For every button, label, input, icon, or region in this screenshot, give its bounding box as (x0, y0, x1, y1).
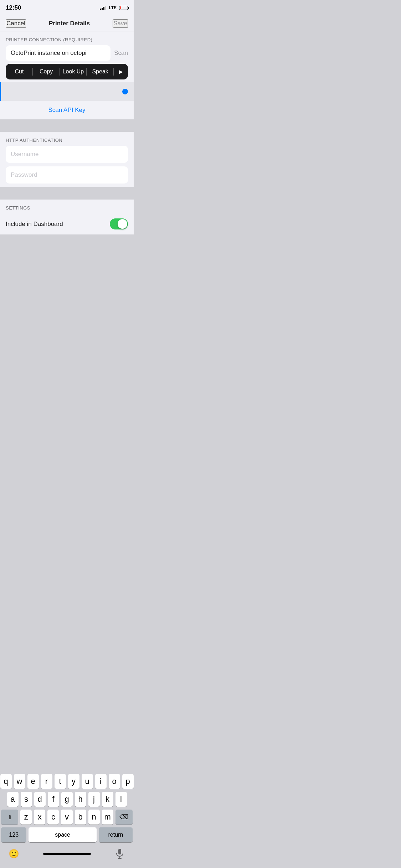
context-menu-cut[interactable]: Cut (6, 64, 33, 79)
cancel-button[interactable]: Cancel (6, 19, 26, 28)
printer-connection-header: PRINTER CONNECTION (REQUIRED) (0, 31, 134, 45)
toggle-knob (118, 219, 127, 229)
printer-connection-row: Scan (0, 45, 134, 61)
context-menu-lookup[interactable]: Look Up (60, 64, 87, 79)
context-menu-copy[interactable]: Copy (33, 64, 60, 79)
http-auth-form (0, 146, 134, 184)
context-menu-wrapper: Cut Copy Look Up Speak ▶ (0, 64, 134, 79)
username-input[interactable] (6, 146, 128, 163)
context-menu: Cut Copy Look Up Speak ▶ (6, 64, 128, 79)
dashboard-label: Include in Dashboard (6, 221, 63, 228)
section-divider (0, 119, 134, 132)
status-bar: 12:50 LTE (0, 0, 134, 16)
nav-bar: Cancel Printer Details Save (0, 16, 134, 31)
scan-api-key-button[interactable]: Scan API Key (0, 101, 134, 119)
status-time: 12:50 (6, 4, 21, 11)
settings-header: SETTINGS (0, 200, 134, 213)
section-divider-2 (0, 187, 134, 200)
save-button[interactable]: Save (113, 19, 128, 28)
http-auth-header: HTTP AUTHENTICATION (0, 132, 134, 146)
signal-bars-icon (100, 6, 106, 10)
dashboard-toggle[interactable] (110, 218, 128, 229)
content-area: PRINTER CONNECTION (REQUIRED) Scan Cut C… (0, 31, 134, 234)
context-menu-speak[interactable]: Speak (87, 64, 114, 79)
context-menu-more[interactable]: ▶ (114, 69, 128, 74)
dashboard-toggle-row: Include in Dashboard (0, 213, 134, 234)
lte-label: LTE (109, 5, 117, 10)
api-key-area (0, 82, 134, 101)
status-icons: LTE (100, 5, 128, 10)
page-title: Printer Details (49, 20, 90, 27)
battery-icon (119, 6, 128, 10)
scan-button[interactable]: Scan (114, 50, 128, 57)
api-key-toggle (122, 89, 128, 94)
printer-connection-input[interactable] (6, 45, 110, 61)
password-input[interactable] (6, 166, 128, 184)
